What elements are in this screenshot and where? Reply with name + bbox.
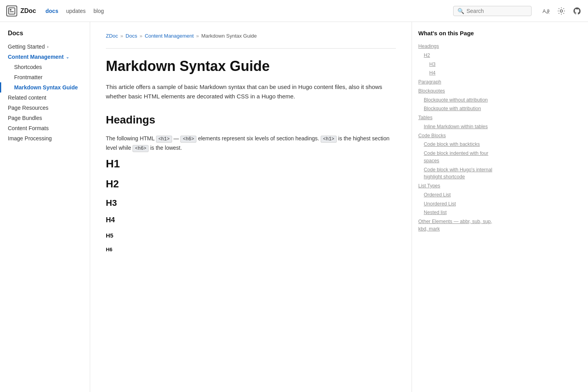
h3-demo: H3: [106, 198, 396, 208]
toc-list: HeadingsH2H3H4ParagraphBlockquotesBlockq…: [418, 42, 499, 234]
sidebar-item-frontmatter[interactable]: Frontmatter: [0, 72, 90, 82]
logo-icon: [6, 5, 17, 16]
toc-item[interactable]: Nested list: [418, 208, 499, 217]
nav-blog[interactable]: blog: [94, 8, 104, 14]
toc-item[interactable]: Paragraph: [418, 78, 499, 87]
breadcrumb-divider: [106, 48, 396, 49]
sidebar: Docs Getting Started › Content Managemen…: [0, 22, 90, 392]
h6-code-tag: <h6>: [180, 136, 196, 143]
svg-text:Aあ: Aあ: [543, 8, 550, 14]
main-content: ZDoc » Docs » Content Management » Markd…: [90, 22, 412, 392]
chevron-down-icon: ⌄: [66, 55, 69, 59]
sidebar-shortcodes-label: Shortcodes: [14, 64, 42, 70]
headings-text-4: is the lowest.: [150, 145, 182, 151]
headings-text-2: elements represent six levels of section…: [198, 135, 319, 142]
breadcrumb-zdoc[interactable]: ZDoc: [106, 33, 118, 39]
sidebar-getting-started-label: Getting Started: [8, 44, 45, 50]
page-intro: This article offers a sample of basic Ma…: [106, 82, 396, 101]
sidebar-item-shortcodes[interactable]: Shortcodes: [0, 62, 90, 72]
sidebar-related-content-label: Related content: [8, 94, 46, 101]
sidebar-item-page-resources[interactable]: Page Resources: [0, 103, 90, 113]
toc-item[interactable]: Unordered List: [418, 200, 499, 209]
toc-item[interactable]: List Types: [418, 181, 499, 191]
h1-code-tag-2: <h1>: [321, 136, 337, 143]
sidebar-image-processing-label: Image Processing: [8, 135, 52, 142]
toc-item[interactable]: Blockquote with attribution: [418, 104, 499, 113]
page-title: Markdown Syntax Guide: [106, 58, 396, 74]
breadcrumb-sep-1: »: [120, 33, 123, 39]
svg-point-4: [560, 10, 563, 12]
sidebar-page-bundles-label: Page Bundles: [8, 115, 42, 121]
toc-item[interactable]: Inline Markdown within tables: [418, 122, 499, 131]
toc-item[interactable]: Tables: [418, 113, 499, 122]
header: ZDoc docs updates blog 🔍 Aあ: [0, 0, 588, 22]
h6-demo: H6: [106, 247, 396, 252]
h4-demo: H4: [106, 216, 396, 224]
headings-sep: —: [174, 135, 181, 142]
page-layout: Docs Getting Started › Content Managemen…: [0, 22, 588, 392]
h2-demo: H2: [106, 178, 396, 190]
toc-item[interactable]: H2: [418, 51, 499, 60]
toc-title: What's on this Page: [418, 30, 499, 36]
toc-item[interactable]: Headings: [418, 42, 499, 51]
toc-item[interactable]: Code block with Hugo's internal highligh…: [418, 165, 499, 182]
breadcrumb-content-management[interactable]: Content Management: [145, 33, 194, 39]
h5-demo: H5: [106, 232, 396, 239]
github-icon[interactable]: [572, 6, 582, 16]
search-box: 🔍: [453, 6, 532, 16]
search-icon: 🔍: [457, 8, 464, 14]
sidebar-content-formats-label: Content Formats: [8, 125, 49, 131]
sidebar-title: Docs: [0, 30, 90, 42]
sidebar-item-content-management[interactable]: Content Management ⌄: [0, 52, 90, 62]
toc-item[interactable]: Code block with backticks: [418, 140, 499, 149]
toc-item[interactable]: H3: [418, 60, 499, 69]
sidebar-item-related-content[interactable]: Related content: [0, 93, 90, 103]
svg-rect-2: [10, 11, 14, 12]
settings-icon[interactable]: [557, 6, 566, 16]
nav-docs[interactable]: docs: [45, 8, 58, 14]
toc-item[interactable]: Ordered List: [418, 191, 499, 200]
sidebar-page-resources-label: Page Resources: [8, 105, 49, 111]
toc-item[interactable]: H4: [418, 69, 499, 78]
sidebar-item-content-formats[interactable]: Content Formats: [0, 123, 90, 133]
logo-link[interactable]: ZDoc: [6, 5, 36, 16]
breadcrumb-sep-2: »: [140, 33, 142, 39]
sidebar-item-image-processing[interactable]: Image Processing: [0, 133, 90, 143]
headings-text-1: The following HTML: [106, 135, 154, 142]
chevron-right-icon: ›: [47, 45, 48, 49]
breadcrumb-current: Markdown Syntax Guide: [201, 33, 257, 39]
nav-updates[interactable]: updates: [66, 8, 86, 14]
h1-demo: H1: [106, 158, 396, 170]
sidebar-content-management-label: Content Management: [8, 54, 64, 60]
svg-rect-0: [9, 8, 15, 14]
sidebar-item-page-bundles[interactable]: Page Bundles: [0, 113, 90, 123]
breadcrumb-docs[interactable]: Docs: [125, 33, 137, 39]
sidebar-frontmatter-label: Frontmatter: [14, 74, 42, 80]
svg-rect-1: [10, 9, 11, 11]
headings-description: The following HTML <h1> — <h6> elements …: [106, 134, 396, 153]
table-of-contents: What's on this Page HeadingsH2H3H4Paragr…: [412, 22, 506, 392]
search-input[interactable]: [466, 8, 527, 14]
toc-item[interactable]: Blockquotes: [418, 87, 499, 96]
h6-code-tag-2: <h6>: [132, 145, 149, 152]
sidebar-item-markdown-syntax[interactable]: Markdown Syntax Guide: [0, 82, 90, 93]
toc-item[interactable]: Code block indented with four spaces: [418, 149, 499, 165]
breadcrumb: ZDoc » Docs » Content Management » Markd…: [106, 33, 396, 39]
translate-icon[interactable]: Aあ: [541, 6, 550, 16]
sidebar-markdown-label: Markdown Syntax Guide: [14, 84, 78, 91]
logo-text: ZDoc: [20, 7, 36, 15]
breadcrumb-sep-3: »: [196, 33, 199, 39]
header-icon-group: Aあ: [541, 6, 582, 16]
sidebar-item-getting-started[interactable]: Getting Started ›: [0, 42, 90, 52]
toc-item[interactable]: Blockquote without attribution: [418, 96, 499, 105]
h1-code-tag: <h1>: [156, 136, 172, 143]
main-nav: docs updates blog: [45, 8, 104, 14]
toc-item[interactable]: Code Blocks: [418, 131, 499, 140]
headings-section-title: Headings: [106, 114, 396, 126]
toc-item[interactable]: Other Elements — abbr, sub, sup, kbd, ma…: [418, 217, 499, 234]
